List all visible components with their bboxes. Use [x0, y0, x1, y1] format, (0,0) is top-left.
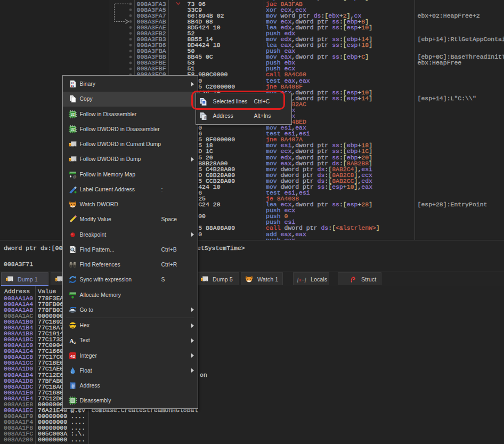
- svg-text:10: 10: [71, 85, 74, 88]
- svg-text:2: 2: [74, 341, 76, 345]
- svg-text:A: A: [69, 337, 74, 344]
- svg-text:42: 42: [70, 354, 75, 359]
- svg-text:@: @: [72, 174, 76, 178]
- svg-text:32: 32: [70, 112, 75, 116]
- svg-text:32: 32: [70, 127, 75, 131]
- svg-text:@: @: [71, 384, 74, 389]
